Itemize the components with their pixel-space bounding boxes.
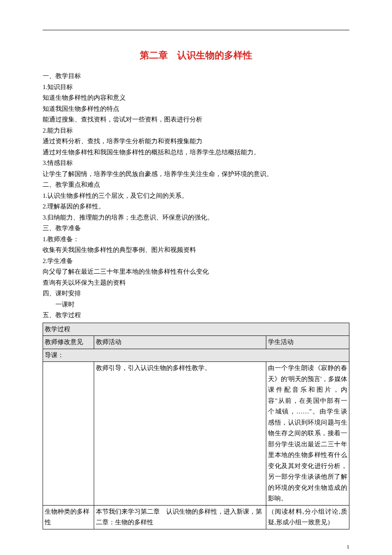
body-text: 一、教学目标 1.知识目标 知道生物多样性的内容和意义 知道我国生物多样性的特点… xyxy=(43,71,349,321)
s3-1: 1.教师准备： xyxy=(43,234,349,245)
s1-2a: 通过资料分析、查找，培养学生分析能力和资料搜集能力 xyxy=(43,136,349,147)
top-rule xyxy=(43,30,349,30)
s3-1a: 收集有关我国生物多样性的典型事例、图片和视频资料 xyxy=(43,245,349,256)
col-teacher-comments: 教师修改意见 xyxy=(43,336,94,349)
table-row: 生物种类的多样性 本节我们来学习第二章 认识生物的多样性，进入新课，第二章：生物… xyxy=(43,505,349,529)
section-4-heading: 四、课时安排 xyxy=(43,288,349,299)
s3-2: 2.学生准备 xyxy=(43,256,349,267)
table-row: 导课： xyxy=(43,349,349,362)
table-row: 教学过程 xyxy=(43,323,349,336)
cell-student-1: 由一个学生朗读《寂静的春天》的'明天的预言'，多媒体课件配音乐和图片，内容"从前… xyxy=(266,362,349,506)
table-row: 教师修改意见 教师活动 学生活动 xyxy=(43,336,349,349)
s4-1: 一课时 xyxy=(43,299,349,310)
section-5-heading: 五、教学过程 xyxy=(43,310,349,321)
col-student-activity: 学生活动 xyxy=(266,336,349,349)
s2-3: 3.归纳能力、推理能力的培养；生态意识、环保意识的强化。 xyxy=(43,212,349,223)
s1-2: 2.能力目标 xyxy=(43,125,349,136)
s1-1: 1.知识目标 xyxy=(43,82,349,93)
s1-1a: 知道生物多样性的内容和意义 xyxy=(43,92,349,104)
s1-3: 3.情感目标 xyxy=(43,158,349,169)
s1-1c: 能通过搜集、查找资料，尝试对一些资料，图表进行分析 xyxy=(43,114,349,125)
cell-comments-2: 生物种类的多样性 xyxy=(43,505,94,529)
teaching-process-table: 教学过程 教师修改意见 教师活动 学生活动 导课： 教师引导，引入认识生物的多样… xyxy=(43,323,349,529)
s1-1b: 知道我国生物多样性的特点 xyxy=(43,104,349,115)
cell-teacher-1: 教师引导，引入认识生物的多样性教学。 xyxy=(94,362,266,506)
section-3-heading: 三、教学准备 xyxy=(43,223,349,234)
cell-comments-1 xyxy=(43,362,94,506)
intro-label: 导课： xyxy=(43,349,349,362)
table-row: 教师引导，引入认识生物的多样性教学。 由一个学生朗读《寂静的春天》的'明天的预言… xyxy=(43,362,349,506)
cell-student-2: （阅读材料,分小组讨论,质疑,形成小组一致意见） xyxy=(266,505,349,529)
col-teacher-activity: 教师活动 xyxy=(94,336,266,349)
cell-teacher-2: 本节我们来学习第二章 认识生物的多样性，进入新课，第二章：生物的多样性 xyxy=(94,505,266,529)
s3-2a: 向父母了解在最近二三十年里本地的生物多样性有什么变化 xyxy=(43,266,349,278)
s2-1: 1.认识生物多样性的三个层次，及它们之间的关系。 xyxy=(43,191,349,202)
section-1-heading: 一、教学目标 xyxy=(43,71,349,82)
chapter-title: 第二章 认识生物的多样性 xyxy=(43,47,349,63)
s1-2b: 通过对生物多样性和我国生物多样性的概括和总结，培养学生总结概括能力。 xyxy=(43,147,349,158)
page-number: 1 xyxy=(43,542,349,552)
s2-2: 2.理解基因的多样性。 xyxy=(43,201,349,212)
s3-2b: 查询有关以环保为主题的资料 xyxy=(43,278,349,289)
section-2-heading: 二、教学重点和难点 xyxy=(43,179,349,191)
s1-3a: 让学生了解国情，培养学生的民族自豪感，培养学生关注生命，保护环境的意识。 xyxy=(43,169,349,180)
table-header-process: 教学过程 xyxy=(43,323,349,336)
